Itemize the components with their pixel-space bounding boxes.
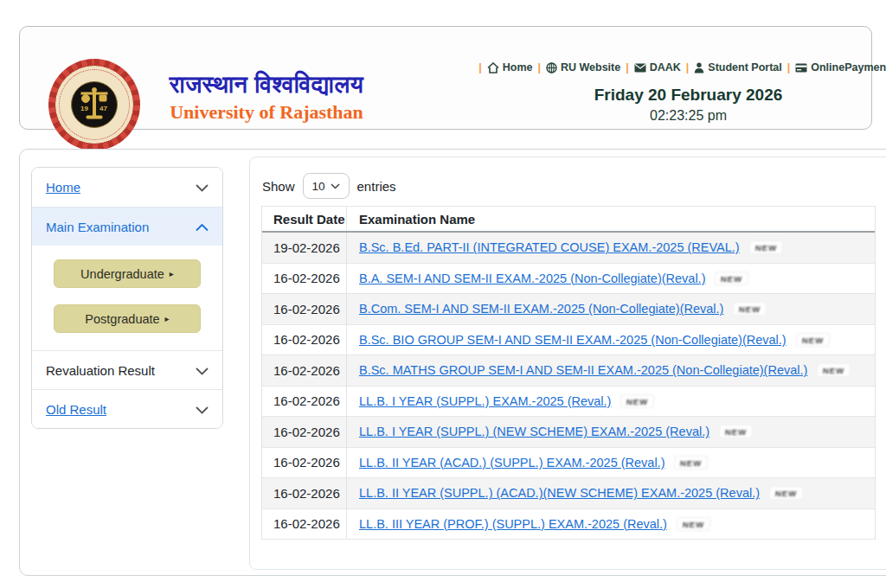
table-row: 16-02-2026 LL.B. III YEAR (PROF.) (SUPPL… (262, 509, 875, 540)
exam-result-link[interactable]: B.Sc. BIO GROUP SEM-I AND SEM-II EXAM.-2… (359, 333, 786, 347)
university-title-block: राजस्थान विश्वविद्यालय University of Raj… (150, 72, 383, 124)
exam-result-link[interactable]: LL.B. I YEAR (SUPPL.) EXAM.-2025 (Reval.… (359, 394, 611, 408)
nav-separator: | (478, 61, 482, 74)
column-header-examination-name: Examination Name (347, 212, 875, 227)
nav-separator: | (537, 61, 541, 74)
table-row: 16-02-2026 B.Sc. BIO GROUP SEM-I AND SEM… (262, 325, 875, 356)
sidebar-item-label: Home (46, 180, 80, 195)
sidebar-item-home[interactable]: Home (32, 168, 222, 207)
seal-core: 19 47 (71, 81, 118, 128)
show-label: Show (262, 179, 295, 194)
sidebar-item-label: Main Examination (46, 220, 149, 234)
chevron-down-icon (196, 402, 209, 417)
examination-name-cell: B.Sc. BIO GROUP SEM-I AND SEM-II EXAM.-2… (347, 333, 875, 347)
exam-result-link[interactable]: LL.B. II YEAR (SUPPL.) (ACAD.)(NEW SCHEM… (359, 486, 760, 500)
nav-link-ru-website[interactable]: RU Website (546, 61, 620, 74)
table-row: 16-02-2026 LL.B. II YEAR (ACAD.) (SUPPL.… (262, 448, 875, 479)
table-row: 16-02-2026 B.A. SEM-I AND SEM-II EXAM.-2… (262, 264, 875, 295)
new-badge: NEW (796, 334, 829, 346)
new-badge: NEW (675, 457, 708, 469)
sidebar-item-old-result[interactable]: Old Result (32, 389, 222, 428)
result-date-cell: 16-02-2026 (262, 417, 347, 447)
postgraduate-button[interactable]: Postgraduate ▸ (54, 304, 201, 333)
sidebar-menu: Home Main Examination Undergraduate ▸ Po… (31, 167, 223, 429)
credit-card-icon (795, 63, 807, 73)
examination-name-cell: LL.B. I YEAR (SUPPL.) EXAM.-2025 (Reval.… (347, 394, 875, 408)
table-length-control: Show 10 entries (262, 173, 396, 199)
globe-icon (546, 62, 557, 74)
new-badge: NEW (716, 272, 748, 284)
nav-link-label: Student Portal (708, 61, 781, 74)
page-size-value: 10 (312, 180, 325, 193)
nav-link-label: RU Website (561, 61, 620, 74)
sidebar-item-revaluation-result[interactable]: Revaluation Result (32, 350, 222, 389)
current-time: 02:23:25 pm (487, 108, 886, 124)
undergraduate-label: Undergraduate (80, 267, 164, 281)
exam-result-link[interactable]: LL.B. II YEAR (ACAD.) (SUPPL.) EXAM.-202… (359, 456, 664, 470)
nav-link-label: OnlinePayment (811, 61, 886, 74)
university-seal-logo: 19 47 (48, 59, 140, 150)
caret-right-icon: ▸ (165, 314, 170, 323)
chevron-down-icon (196, 363, 209, 378)
chevron-down-icon (331, 183, 340, 189)
examination-name-cell: B.Sc. B.Ed. PART-II (INTEGRATED COUSE) E… (347, 240, 875, 254)
nav-link-home[interactable]: Home (487, 61, 533, 74)
new-badge: NEW (749, 241, 782, 253)
examination-name-cell: LL.B. II YEAR (ACAD.) (SUPPL.) EXAM.-202… (347, 456, 875, 470)
sidebar-item-label: Old Result (46, 402, 106, 417)
examination-name-cell: LL.B. I YEAR (SUPPL.) (NEW SCHEME) EXAM.… (347, 425, 875, 438)
caret-right-icon: ▸ (170, 269, 174, 278)
result-date-cell: 16-02-2026 (262, 264, 347, 294)
results-panel: Show 10 entries Result Date Examination … (249, 157, 886, 570)
examination-name-cell: LL.B. III YEAR (PROF.) (SUPPL.) EXAM.-20… (347, 517, 875, 531)
svg-text:19: 19 (80, 105, 88, 112)
content-wrapper: Home Main Examination Undergraduate ▸ Po… (19, 149, 886, 576)
undergraduate-button[interactable]: Undergraduate ▸ (54, 259, 201, 288)
exam-result-link[interactable]: LL.B. I YEAR (SUPPL.) (NEW SCHEME) EXAM.… (359, 425, 709, 438)
examination-name-cell: B.Sc. MATHS GROUP SEM-I AND SEM-II EXAM.… (347, 363, 875, 377)
result-date-cell: 16-02-2026 (262, 325, 347, 355)
chevron-down-icon (196, 180, 209, 195)
nav-link-student-portal[interactable]: Student Portal (694, 61, 781, 74)
result-date-cell: 16-02-2026 (262, 478, 347, 508)
exam-result-link[interactable]: B.Com. SEM-I AND SEM-II EXAM.-2025 (Non-… (359, 302, 723, 316)
result-date-cell: 16-02-2026 (262, 448, 347, 478)
table-row: 16-02-2026 LL.B. II YEAR (SUPPL.) (ACAD.… (262, 478, 875, 509)
new-badge: NEW (720, 425, 753, 438)
postgraduate-label: Postgraduate (85, 312, 159, 326)
sidebar-item-main-examination[interactable]: Main Examination (32, 207, 222, 246)
sidebar-item-label: Revaluation Result (46, 363, 155, 378)
current-date: Friday 20 February 2026 (487, 86, 886, 105)
main-examination-submenu: Undergraduate ▸ Postgraduate ▸ (32, 246, 222, 350)
result-date-cell: 16-02-2026 (262, 355, 347, 386)
result-date-cell: 16-02-2026 (262, 387, 347, 417)
table-row: 16-02-2026 LL.B. I YEAR (SUPPL.) EXAM.-2… (262, 387, 875, 418)
exam-result-link[interactable]: LL.B. III YEAR (PROF.) (SUPPL.) EXAM.-20… (359, 517, 667, 531)
svg-text:47: 47 (100, 105, 107, 112)
new-badge: NEW (734, 303, 767, 315)
nav-separator: | (686, 61, 690, 74)
new-badge: NEW (621, 395, 654, 407)
exam-result-link[interactable]: B.Sc. MATHS GROUP SEM-I AND SEM-II EXAM.… (359, 363, 807, 377)
examination-name-cell: B.Com. SEM-I AND SEM-II EXAM.-2025 (Non-… (347, 302, 875, 316)
column-header-result-date: Result Date (262, 207, 347, 231)
nav-separator: | (787, 61, 791, 74)
person-icon (694, 62, 704, 74)
nav-link-daak[interactable]: DAAK (634, 61, 681, 74)
header-right-block: |Home|RU Website|DAAK|Student Portal|Onl… (487, 61, 886, 124)
nav-link-onlinepayment[interactable]: OnlinePayment (795, 61, 886, 74)
exam-result-link[interactable]: B.Sc. B.Ed. PART-II (INTEGRATED COUSE) E… (359, 240, 740, 254)
header-card: 19 47 राजस्थान विश्वविद्यालय University … (19, 26, 872, 130)
result-date-cell: 16-02-2026 (262, 294, 347, 324)
result-date-cell: 16-02-2026 (262, 509, 347, 540)
nav-link-label: Home (503, 61, 533, 74)
university-name-english: University of Rajasthan (150, 101, 383, 124)
seal-scale-icon: 19 47 (74, 85, 114, 125)
page: 19 47 राजस्थान विश्वविद्यालय University … (0, 0, 886, 588)
chevron-up-icon (196, 220, 209, 234)
new-badge: NEW (818, 364, 851, 376)
page-size-select[interactable]: 10 (303, 173, 350, 199)
exam-result-link[interactable]: B.A. SEM-I AND SEM-II EXAM.-2025 (Non-Co… (359, 272, 705, 285)
new-badge: NEW (677, 518, 709, 530)
results-table: Result Date Examination Name 19-02-2026 … (261, 206, 876, 540)
